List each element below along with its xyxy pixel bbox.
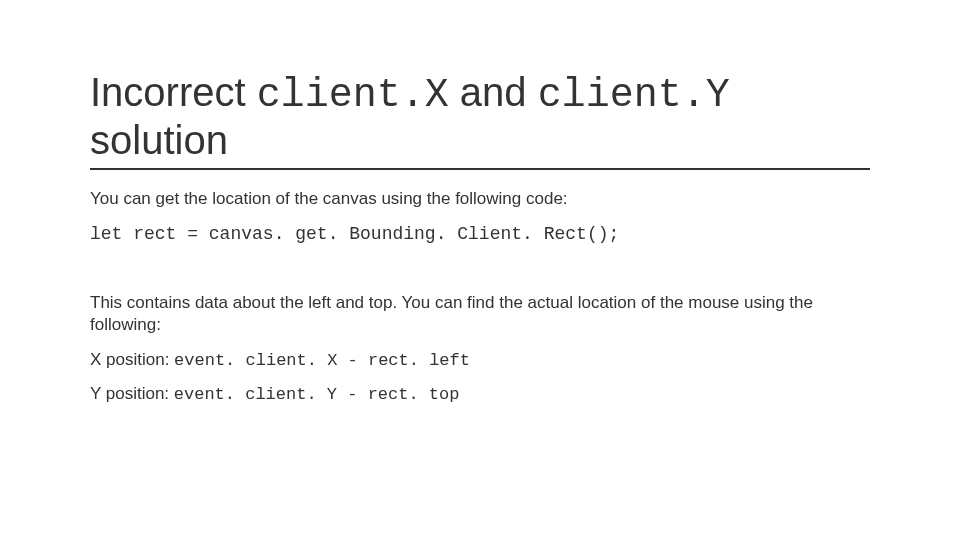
- title-text-3: solution: [90, 118, 228, 162]
- explain-text: This contains data about the left and to…: [90, 292, 870, 336]
- slide: Incorrect client.X and client.Y solution…: [0, 0, 960, 540]
- intro-text: You can get the location of the canvas u…: [90, 188, 870, 210]
- title-text-1: Incorrect: [90, 70, 257, 114]
- x-position-line: X position: event. client. X - rect. lef…: [90, 350, 870, 370]
- title-text-2: and: [449, 70, 538, 114]
- title-code-1: client.X: [257, 73, 449, 118]
- y-code: event. client. Y - rect. top: [174, 385, 460, 404]
- title-code-2: client.Y: [538, 73, 730, 118]
- y-label: Y position:: [90, 384, 174, 403]
- y-position-line: Y position: event. client. Y - rect. top: [90, 384, 870, 404]
- spacer: [90, 258, 870, 292]
- slide-title: Incorrect client.X and client.Y solution: [90, 70, 870, 170]
- x-code: event. client. X - rect. left: [174, 351, 470, 370]
- x-label: X position:: [90, 350, 174, 369]
- code-get-rect: let rect = canvas. get. Bounding. Client…: [90, 224, 870, 244]
